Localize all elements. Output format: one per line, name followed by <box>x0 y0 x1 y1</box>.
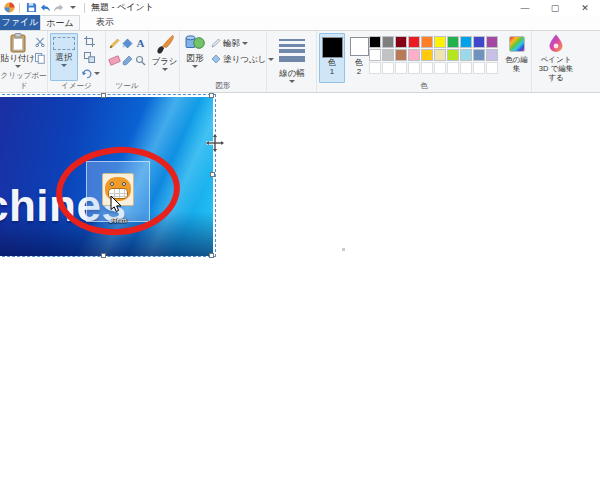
palette-swatch-empty[interactable] <box>369 62 381 74</box>
paste-clipboard-icon <box>10 33 26 53</box>
group-label-image: イメージ <box>48 81 105 91</box>
pasted-image[interactable]: chines JTrim <box>0 97 213 256</box>
palette-swatch-empty[interactable] <box>408 62 420 74</box>
save-icon[interactable] <box>24 1 38 14</box>
shape-fill-button[interactable]: 塗りつぶし <box>211 53 274 65</box>
selection-handle-top[interactable] <box>101 93 106 98</box>
palette-swatch[interactable] <box>460 36 472 48</box>
line-width-button[interactable]: 線の幅 <box>275 31 309 83</box>
titlebar-separator <box>19 3 20 13</box>
selection-handle-bottom[interactable] <box>101 253 106 258</box>
fill-tool-button[interactable] <box>121 37 134 50</box>
palette-swatch[interactable] <box>408 49 420 61</box>
copy-icon <box>35 53 45 64</box>
minimize-button[interactable]: — <box>510 0 540 15</box>
group-clipboard: 貼り付け クリップボード <box>0 31 48 92</box>
eyedropper-tool-button[interactable] <box>121 54 134 67</box>
tab-view[interactable]: 表示 <box>86 15 124 30</box>
paste-button[interactable]: 貼り付け <box>3 33 33 68</box>
palette-swatch-empty[interactable] <box>460 62 472 74</box>
pencil-tool-button[interactable] <box>108 37 121 50</box>
palette-swatch[interactable] <box>408 36 420 48</box>
palette-swatch[interactable] <box>395 49 407 61</box>
scissors-icon <box>35 37 45 47</box>
tab-home[interactable]: ホーム <box>40 15 80 30</box>
group-label-tools: ツール <box>106 81 148 91</box>
group-label-colors: 色 <box>317 81 531 91</box>
palette-swatch[interactable] <box>395 36 407 48</box>
undo-icon[interactable] <box>38 1 52 14</box>
paint3d-button[interactable]: ペイント 3D で編集する <box>534 34 578 82</box>
palette-swatch-empty[interactable] <box>473 62 485 74</box>
eraser-tool-button[interactable] <box>108 54 121 67</box>
palette-swatch[interactable] <box>473 49 485 61</box>
crop-button[interactable] <box>82 34 96 48</box>
arrow-cursor-icon <box>110 195 122 213</box>
palette-swatch-empty[interactable] <box>395 62 407 74</box>
rotate-button[interactable] <box>82 66 100 80</box>
palette-swatch[interactable] <box>434 36 446 48</box>
canvas-resize-handle[interactable] <box>342 248 345 251</box>
palette-swatch[interactable] <box>382 49 394 61</box>
palette-swatch-empty[interactable] <box>486 62 498 74</box>
palette-swatch[interactable] <box>447 49 459 61</box>
palette-swatch[interactable] <box>382 36 394 48</box>
maximize-button[interactable]: ▢ <box>540 0 570 15</box>
pencil-icon <box>109 38 120 49</box>
cut-button[interactable] <box>33 35 46 48</box>
palette-swatch[interactable] <box>447 36 459 48</box>
palette-swatch-empty[interactable] <box>447 62 459 74</box>
text-a-icon: A <box>137 38 145 49</box>
fill-bucket-icon <box>122 38 133 49</box>
brush-button[interactable]: ブラシ <box>152 34 177 71</box>
palette-swatch[interactable] <box>486 49 498 61</box>
magnifier-tool-button[interactable] <box>134 54 147 67</box>
palette-swatch[interactable] <box>421 49 433 61</box>
selection-handle-top-right[interactable] <box>209 93 214 98</box>
group-colors: 色 1 色 2 色の編集 色 <box>317 31 532 92</box>
palette-swatch-empty[interactable] <box>434 62 446 74</box>
palette-swatch[interactable] <box>434 49 446 61</box>
paint3d-drop-icon <box>549 34 563 53</box>
tab-file[interactable]: ファイル <box>0 15 40 30</box>
line-width-icon <box>279 39 305 62</box>
redo-icon[interactable] <box>52 1 66 14</box>
brush-icon <box>155 34 175 56</box>
select-button[interactable]: 選択 <box>50 33 78 81</box>
color2-button[interactable]: 色 2 <box>347 33 371 83</box>
selection-handle-right[interactable] <box>210 172 215 177</box>
paint-app-icon <box>4 2 15 13</box>
title-bar: 無題 - ペイント — ▢ ✕ <box>0 0 600 15</box>
resize-button[interactable] <box>82 50 96 64</box>
palette-swatch[interactable] <box>369 36 381 48</box>
text-tool-button[interactable]: A <box>134 37 147 50</box>
group-line-width: 線の幅 <box>267 31 317 92</box>
palette-swatch[interactable] <box>473 36 485 48</box>
select-rectangle-icon <box>53 37 75 50</box>
palette-swatch[interactable] <box>369 49 381 61</box>
color1-button[interactable]: 色 1 <box>319 33 345 83</box>
selection-handle-bottom-right[interactable] <box>209 253 214 258</box>
shape-outline-button[interactable]: 輪郭 <box>211 37 248 49</box>
palette-swatch[interactable] <box>486 36 498 48</box>
close-button[interactable]: ✕ <box>570 0 600 15</box>
window-title: 無題 - ペイント <box>91 1 154 14</box>
group-label-shapes: 図形 <box>180 81 266 91</box>
crosshair-cursor-icon <box>206 134 224 152</box>
group-label-clipboard: クリップボード <box>0 71 47 91</box>
ribbon-tabs: ファイル ホーム 表示 <box>0 15 600 30</box>
shapes-button[interactable]: 図形 <box>182 34 208 68</box>
outline-pen-icon <box>211 38 221 48</box>
drawing-canvas[interactable]: chines JTrim <box>0 93 600 503</box>
palette-swatch[interactable] <box>421 36 433 48</box>
color-palette <box>369 36 498 74</box>
edit-colors-button[interactable]: 色の編集 <box>503 36 530 73</box>
palette-swatch-empty[interactable] <box>382 62 394 74</box>
crop-icon <box>84 36 95 47</box>
palette-swatch-empty[interactable] <box>421 62 433 74</box>
eyedropper-icon <box>122 55 133 66</box>
quick-access-dropdown-icon[interactable] <box>66 1 80 14</box>
paint-window: 無題 - ペイント — ▢ ✕ ファイル ホーム 表示 貼り付け <box>0 0 600 503</box>
palette-swatch[interactable] <box>460 49 472 61</box>
copy-button[interactable] <box>33 52 46 65</box>
